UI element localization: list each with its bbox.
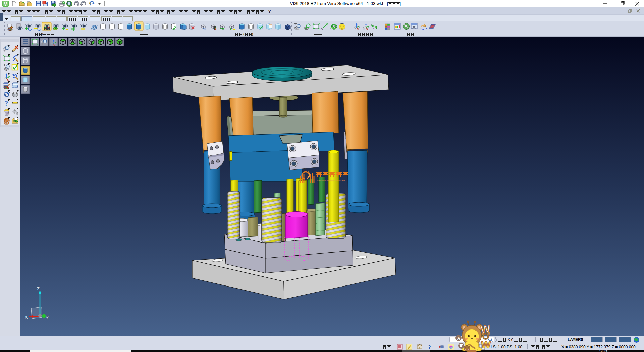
svg-text:X: X xyxy=(25,315,28,320)
svg-text:V: V xyxy=(4,1,7,7)
svg-text:W: W xyxy=(481,339,491,350)
svg-text:?: ? xyxy=(5,100,8,107)
svg-text:A: A xyxy=(457,336,460,341)
svg-text:Z: Z xyxy=(37,286,40,291)
svg-text:Y: Y xyxy=(46,315,49,320)
svg-text:?: ? xyxy=(428,344,431,350)
